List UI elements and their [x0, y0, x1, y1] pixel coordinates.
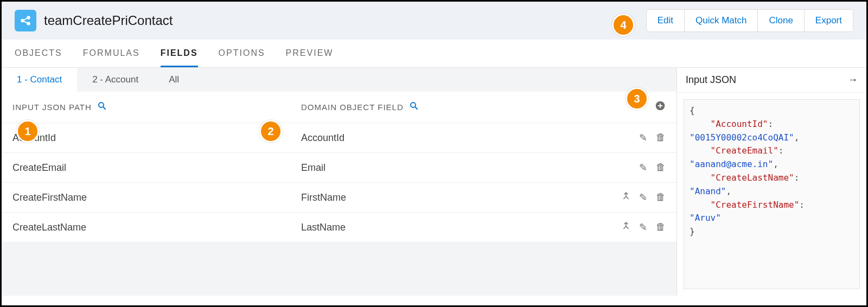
search-icon[interactable] [409, 101, 419, 113]
svg-point-5 [99, 103, 104, 107]
header-button-group: Edit Quick Match Clone Export [646, 9, 853, 32]
delete-icon[interactable]: 🗑 [656, 221, 666, 233]
delete-icon[interactable]: 🗑 [656, 191, 666, 203]
left-pane: 1 - Contact 2 - Account All INPUT JSON P… [2, 68, 676, 296]
delete-icon[interactable]: 🗑 [656, 162, 666, 174]
subtab-account[interactable]: 2 - Account [77, 68, 154, 92]
quick-match-button[interactable]: Quick Match [684, 10, 757, 31]
cell-input: CreateFirstName [12, 192, 301, 203]
subtab-contact[interactable]: 1 - Contact [2, 68, 77, 92]
cell-input: CreateEmail [12, 162, 301, 174]
subtab-all[interactable]: All [154, 68, 194, 92]
export-button[interactable]: Export [804, 10, 853, 31]
tab-formulas[interactable]: FORMULAS [83, 48, 140, 67]
edit-icon[interactable]: ✎ [639, 191, 647, 203]
edit-button[interactable]: Edit [647, 10, 684, 31]
search-icon[interactable] [97, 101, 107, 113]
svg-point-7 [411, 103, 416, 107]
header-bar: teamCreatePriContact Edit Quick Match Cl… [2, 2, 866, 40]
field-row: CreateEmail Email ✎ 🗑 [2, 153, 676, 183]
svg-line-3 [23, 18, 27, 20]
subtabs: 1 - Contact 2 - Account All [2, 68, 676, 92]
share-icon [15, 10, 36, 31]
edit-icon[interactable]: ✎ [639, 132, 647, 144]
col-input-label: INPUT JSON PATH [12, 103, 92, 112]
merge-icon[interactable] [622, 191, 630, 203]
tabs-primary: OBJECTS FORMULAS FIELDS OPTIONS PREVIEW [2, 40, 866, 68]
cell-domain: Email [301, 162, 590, 174]
page-title: teamCreatePriContact [44, 13, 173, 28]
svg-line-4 [23, 21, 27, 23]
right-pane-title: Input JSON [686, 74, 736, 86]
edit-icon[interactable]: ✎ [639, 162, 647, 174]
right-pane: Input JSON → { "AccountId": "0015Y00002c… [676, 68, 866, 296]
callout-4: 4 [612, 14, 635, 36]
cell-domain: AccountId [301, 132, 590, 144]
json-preview: { "AccountId": "0015Y00002co4CoQAI", "Cr… [684, 99, 860, 289]
col-domain-label: DOMAIN OBJECT FIELD [301, 103, 404, 112]
cell-input: AccountId [12, 132, 301, 144]
edit-icon[interactable]: ✎ [639, 221, 647, 233]
callout-1: 1 [16, 120, 39, 143]
field-row: CreateFirstName FirstName ✎ 🗑 [2, 183, 676, 213]
tab-options[interactable]: OPTIONS [219, 48, 265, 67]
field-row: CreateLastName LastName ✎ 🗑 [2, 213, 676, 242]
svg-line-6 [103, 107, 106, 110]
arrow-right-icon[interactable]: → [848, 74, 858, 86]
svg-line-8 [415, 107, 418, 110]
add-icon[interactable] [655, 100, 666, 114]
tab-objects[interactable]: OBJECTS [15, 48, 62, 67]
delete-icon[interactable]: 🗑 [656, 132, 666, 144]
field-header: INPUT JSON PATH DOMAIN OBJECT FIELD [2, 92, 676, 123]
callout-3: 3 [626, 87, 648, 110]
clone-button[interactable]: Clone [757, 10, 803, 31]
cell-domain: LastName [301, 222, 590, 233]
tab-fields[interactable]: FIELDS [161, 48, 198, 67]
field-row: AccountId AccountId ✎ 🗑 [2, 123, 676, 153]
tab-preview[interactable]: PREVIEW [286, 48, 334, 67]
callout-2: 2 [259, 120, 282, 143]
cell-domain: FirstName [301, 192, 590, 203]
merge-icon[interactable] [622, 221, 630, 233]
cell-input: CreateLastName [12, 222, 301, 233]
